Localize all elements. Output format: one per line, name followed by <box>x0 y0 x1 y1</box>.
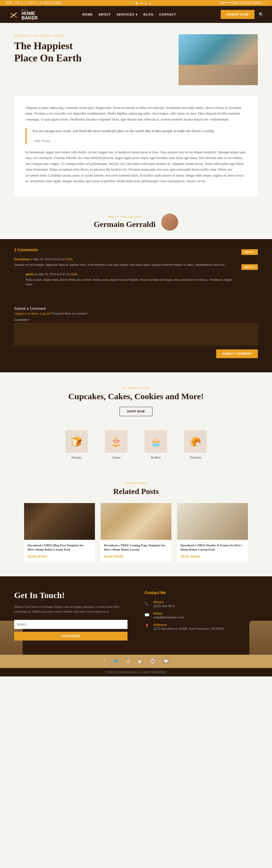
email-icon: ✉️ <box>144 613 150 617</box>
address-label: Address <box>154 623 224 626</box>
comment-2-row: admin on May 25, 2014 at 9:47 am (Edit) … <box>26 273 258 287</box>
related-post-3-readmore[interactable]: READ MORE <box>181 555 200 558</box>
products-grid: 🍞 Breads 🎂 Cakes 🧁 Muffins 🥐 Pastries <box>14 430 258 459</box>
address-info: Address 1270 Divi Avenue #1000, San Fran… <box>154 623 224 630</box>
top-bar: MON - FRI: 8 - 4 / SAT: 4 - 6 / SUN CLOS… <box>0 0 272 6</box>
copyright: © 2022 DIVI HOME BAKER, ALL RIGHT RESERV… <box>106 671 166 674</box>
nav-blog[interactable]: BLOG <box>143 13 154 16</box>
nav-contact[interactable]: CONTACT <box>159 13 176 16</box>
social-tw[interactable]: t <box>133 1 134 4</box>
footer-whatsapp[interactable]: 💬 <box>163 659 168 664</box>
submit-comment-button[interactable]: SUBMIT COMMENT <box>216 349 258 358</box>
logo-baker: BAKER <box>22 16 38 20</box>
contact-email: ✉️ Email hello@diviebaker.com <box>144 612 258 619</box>
footer-snap[interactable]: 👻 <box>150 659 155 664</box>
product-cakes[interactable]: 🎂 Cakes <box>99 430 133 459</box>
related-post-2[interactable]: Download a FREE Coming Page Template for… <box>101 503 171 562</box>
related-label: LEARN MORE <box>14 482 258 485</box>
specialties-title: Cupcakes, Cakes, Cookies and More! <box>14 392 258 401</box>
article-content: Aliquam ut justo adipiscing, commodo lec… <box>14 96 258 197</box>
comment-2-date: on May 25, 2014 at 9:47 am <box>34 273 70 276</box>
top-bar-social: f t ▶ in ● ◎ <box>130 1 151 4</box>
nav-home[interactable]: HOME <box>82 13 93 16</box>
log-out-link[interactable]: Log out? <box>40 312 52 315</box>
contact-me-title: Contact Me <box>144 590 258 595</box>
related-grid: Download a FREE Blog Post Template for D… <box>14 503 258 562</box>
contact-section: Get In Touch! Aliquot vitae fusce est tr… <box>0 576 272 655</box>
footer-fb[interactable]: f <box>104 659 105 664</box>
quote-author: - Walt Disney <box>32 138 246 144</box>
author-info: ABOUT THE AUTHOR Germain Gerraldi <box>94 216 156 229</box>
footer-ig[interactable]: ◎ <box>127 659 130 664</box>
quote-text: You can design and create, and build the… <box>32 128 246 134</box>
shop-now-button[interactable]: SHOP NOW <box>119 407 152 416</box>
comments-section: 2 Comments KennySing on May 25, 2014 at … <box>0 239 272 301</box>
related-post-3-content: Download a FREE Header & Footer for Divi… <box>177 540 248 562</box>
article-para1: Aliquam ut justo adipiscing, commodo lec… <box>26 105 246 122</box>
comment-1-edit[interactable]: (Edit) <box>66 258 73 261</box>
address-icon: 📍 <box>144 624 150 629</box>
nav-right: ORDER NOW 🔍 <box>221 10 264 19</box>
address-value: 1270 Divi Avenue #1000, San Francisco, C… <box>154 627 224 630</box>
phone-icon: 📞 <box>144 601 150 606</box>
submit-comment-title: Submit a Comment <box>14 306 258 311</box>
nav-logo[interactable]: DIVI HOME BAKER <box>8 8 38 20</box>
social-dot[interactable]: ● <box>145 1 147 4</box>
comment-input[interactable] <box>14 323 258 345</box>
related-post-3-image <box>177 503 248 540</box>
order-now-button[interactable]: ORDER NOW <box>221 10 254 19</box>
social-fb[interactable]: f <box>130 1 131 4</box>
related-post-2-readmore[interactable]: READ MORE <box>104 555 124 558</box>
subscribe-button[interactable]: SUBSCRIBE <box>14 632 128 641</box>
email-info: Email hello@diviebaker.com <box>154 612 184 619</box>
product-breads[interactable]: 🍞 Breads <box>59 430 93 459</box>
breads-icon: 🍞 <box>65 430 88 453</box>
contact-address: 📍 Address 1270 Divi Avenue #1000, San Fr… <box>144 623 258 630</box>
phone-value: (210) 460-4524 <box>154 604 175 608</box>
logged-in-link[interactable]: Logged in as admin. <box>14 312 40 315</box>
nav-services[interactable]: SERVICES ▾ <box>117 13 138 17</box>
email-value: hello@diviebaker.com <box>154 616 184 619</box>
muffins-label: Muffins <box>139 456 173 459</box>
comment-2-reply-button[interactable]: REPLY <box>241 264 258 270</box>
contact-title: Get In Touch! <box>14 590 128 600</box>
nav-links: HOME ABOUT SERVICES ▾ BLOG CONTACT <box>82 13 176 17</box>
cakes-label: Cakes <box>99 456 133 459</box>
social-in[interactable]: in <box>140 1 143 4</box>
comment-1-body: KennySing on May 25, 2014 at 9:43 am (Ed… <box>14 258 241 267</box>
author-name: Germain Gerraldi <box>94 220 156 229</box>
contact-left: Get In Touch! Aliquot vitae fusce est tr… <box>14 590 128 641</box>
related-post-2-content: Download a FREE Coming Page Template for… <box>101 540 171 562</box>
cakes-icon: 🎂 <box>105 430 128 453</box>
comments-title: 2 Comments <box>14 248 258 252</box>
email-input[interactable] <box>14 620 128 629</box>
comment-1-reply-button[interactable]: REPLY <box>241 249 258 255</box>
related-post-3[interactable]: Download a FREE Header & Footer for Divi… <box>177 503 248 562</box>
author-section: ABOUT THE AUTHOR Germain Gerraldi <box>0 205 272 239</box>
hero-title: The Happiest Place On Earth <box>14 40 170 64</box>
specialties-label: MY SPECIALTIES <box>14 386 258 389</box>
product-muffins[interactable]: 🧁 Muffins <box>139 430 173 459</box>
author-label: ABOUT THE AUTHOR <box>94 216 156 218</box>
related-post-1[interactable]: Download a FREE Blog Post Template for D… <box>24 503 95 562</box>
related-posts-section: LEARN MORE Related Posts Download a FREE… <box>0 473 272 576</box>
comment-1-text: Quisque vel nisi tempus, dignissim diam … <box>14 262 237 267</box>
navbar: DIVI HOME BAKER HOME ABOUT SERVICES ▾ BL… <box>0 6 272 23</box>
avatar-image <box>161 214 178 230</box>
social-yt[interactable]: ▶ <box>136 1 138 4</box>
footer-tw[interactable]: 🐦 <box>113 659 118 664</box>
social-ig[interactable]: ◎ <box>149 1 152 4</box>
related-post-1-readmore[interactable]: READ MORE <box>27 555 47 558</box>
related-post-1-content: Download a FREE Blog Post Template for D… <box>24 540 95 562</box>
hero-section: MUSINGS AND MISCELLANIES The Happiest Pl… <box>0 23 272 96</box>
hero-text: MUSINGS AND MISCELLANIES The Happiest Pl… <box>14 34 170 64</box>
related-post-3-title: Download a FREE Header & Footer for Divi… <box>181 543 245 552</box>
nav-about[interactable]: ABOUT <box>98 13 111 16</box>
related-title: Related Posts <box>14 487 258 496</box>
comment-2-edit[interactable]: (Edit) <box>71 273 78 276</box>
logo-icon <box>8 9 19 20</box>
search-icon[interactable]: 🔍 <box>259 12 264 17</box>
footer-yt[interactable]: ▶ <box>139 659 142 664</box>
product-pastries[interactable]: 🥐 Pastries <box>179 430 213 459</box>
related-post-1-title: Download a FREE Blog Post Template for D… <box>27 543 91 552</box>
